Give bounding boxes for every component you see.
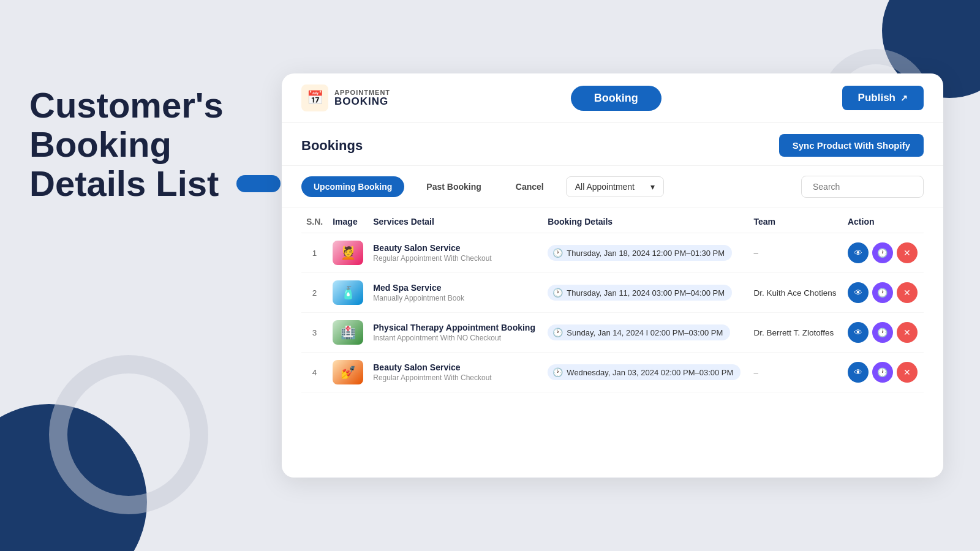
title-line3: Details List — [29, 163, 219, 203]
row-action: 👁 🕐 ✕ — [843, 313, 924, 353]
booking-date-text: Sunday, Jan 14, 2024 I 02:00 PM–03:00 PM — [567, 328, 723, 337]
col-action: Action — [843, 208, 924, 233]
main-card: 📅 APPOINTMENT BOOKING Booking Publish ↗ … — [282, 73, 943, 478]
reschedule-button[interactable]: 🕐 — [872, 362, 893, 383]
service-name: Med Spa Service — [373, 283, 538, 293]
row-team: – — [749, 353, 843, 392]
service-image: 💆 — [333, 241, 363, 265]
col-image: Image — [328, 208, 368, 233]
view-button[interactable]: 👁 — [848, 242, 869, 263]
service-sub: Regular Appointment With Checkout — [373, 373, 538, 382]
blue-pill-decoration — [236, 175, 281, 192]
row-image: 💅 — [328, 353, 368, 392]
tab-cancel[interactable]: Cancel — [503, 176, 556, 197]
service-name: Beauty Salon Service — [373, 362, 538, 372]
table-row: 1 💆 Beauty Salon Service Regular Appoint… — [301, 233, 924, 273]
bookings-title: Bookings — [301, 138, 363, 154]
row-image: 🏥 — [328, 313, 368, 353]
row-booking-detail: 🕐 Thursday, Jan 11, 2024 03:00 PM–04:00 … — [543, 273, 748, 313]
action-buttons: 👁 🕐 ✕ — [848, 362, 919, 383]
sync-button[interactable]: Sync Product With Shopify — [779, 134, 924, 157]
booking-date-text: Wednesday, Jan 03, 2024 02:00 PM–03:00 P… — [567, 368, 733, 377]
logo-appointment-text: APPOINTMENT — [334, 89, 390, 96]
view-button[interactable]: 👁 — [848, 322, 869, 343]
clock-icon: 🕐 — [552, 367, 563, 377]
row-sn: 4 — [301, 353, 328, 392]
bg-arc-bottom-left — [49, 355, 208, 514]
view-button[interactable]: 👁 — [848, 362, 869, 383]
row-service-detail: Med Spa Service Manually Appointment Boo… — [368, 273, 543, 313]
table-row: 3 🏥 Physical Therapy Appointment Booking… — [301, 313, 924, 353]
booking-date-badge: 🕐 Thursday, Jan 18, 2024 12:00 PM–01:30 … — [548, 245, 732, 261]
row-service-detail: Beauty Salon Service Regular Appointment… — [368, 233, 543, 273]
team-name: Dr. Berrett T. Zlotoffes — [754, 328, 834, 337]
action-buttons: 👁 🕐 ✕ — [848, 282, 919, 303]
service-image: 🧴 — [333, 280, 363, 305]
logo-booking-text: BOOKING — [334, 96, 390, 108]
team-name: Dr. Kuith Ace Chotiens — [754, 288, 837, 298]
row-sn: 3 — [301, 313, 328, 353]
row-image: 🧴 — [328, 273, 368, 313]
row-booking-detail: 🕐 Wednesday, Jan 03, 2024 02:00 PM–03:00… — [543, 353, 748, 392]
table-area: S.N. Image Services Detail Booking Detai… — [282, 208, 943, 392]
clock-icon: 🕐 — [552, 328, 563, 337]
dropdown-label: All Appointment — [575, 182, 635, 192]
booking-nav-button[interactable]: Booking — [571, 86, 662, 111]
clock-icon: 🕐 — [552, 288, 563, 298]
tab-upcoming-booking[interactable]: Upcoming Booking — [301, 176, 404, 197]
col-team: Team — [749, 208, 843, 233]
title-line2: Booking — [29, 124, 172, 164]
row-action: 👁 🕐 ✕ — [843, 233, 924, 273]
search-input[interactable] — [801, 176, 924, 198]
tab-past-booking[interactable]: Past Booking — [414, 176, 493, 197]
team-name: – — [754, 249, 759, 258]
publish-icon: ↗ — [900, 93, 908, 103]
row-sn: 2 — [301, 273, 328, 313]
reschedule-button[interactable]: 🕐 — [872, 322, 893, 343]
view-button[interactable]: 👁 — [848, 282, 869, 303]
appointment-dropdown[interactable]: All Appointment ▾ — [566, 176, 664, 197]
row-action: 👁 🕐 ✕ — [843, 273, 924, 313]
action-buttons: 👁 🕐 ✕ — [848, 242, 919, 263]
cancel-button[interactable]: ✕ — [897, 242, 918, 263]
reschedule-button[interactable]: 🕐 — [872, 282, 893, 303]
card-header: 📅 APPOINTMENT BOOKING Booking Publish ↗ — [282, 73, 943, 123]
row-image: 💆 — [328, 233, 368, 273]
row-service-detail: Physical Therapy Appointment Booking Ins… — [368, 313, 543, 353]
logo-area: 📅 APPOINTMENT BOOKING — [301, 84, 390, 111]
cancel-button[interactable]: ✕ — [897, 282, 918, 303]
service-name: Beauty Salon Service — [373, 243, 538, 253]
row-booking-detail: 🕐 Sunday, Jan 14, 2024 I 02:00 PM–03:00 … — [543, 313, 748, 353]
service-sub: Regular Appointment With Checkout — [373, 254, 538, 263]
row-booking-detail: 🕐 Thursday, Jan 18, 2024 12:00 PM–01:30 … — [543, 233, 748, 273]
row-team: Dr. Kuith Ace Chotiens — [749, 273, 843, 313]
col-sn: S.N. — [301, 208, 328, 233]
row-team: – — [749, 233, 843, 273]
bookings-bar: Bookings Sync Product With Shopify — [282, 123, 943, 166]
bookings-table: S.N. Image Services Detail Booking Detai… — [301, 208, 924, 392]
service-name: Physical Therapy Appointment Booking — [373, 323, 538, 332]
booking-date-text: Thursday, Jan 18, 2024 12:00 PM–01:30 PM — [567, 249, 725, 258]
action-buttons: 👁 🕐 ✕ — [848, 322, 919, 343]
service-image: 🏥 — [333, 320, 363, 345]
service-sub: Manually Appointment Book — [373, 294, 538, 302]
publish-button[interactable]: Publish ↗ — [842, 86, 924, 110]
booking-date-badge: 🕐 Sunday, Jan 14, 2024 I 02:00 PM–03:00 … — [548, 324, 730, 340]
row-team: Dr. Berrett T. Zlotoffes — [749, 313, 843, 353]
cancel-button[interactable]: ✕ — [897, 322, 918, 343]
booking-date-badge: 🕐 Wednesday, Jan 03, 2024 02:00 PM–03:00… — [548, 364, 741, 380]
page-title: Customer's Booking Details List — [29, 86, 287, 203]
reschedule-button[interactable]: 🕐 — [872, 242, 893, 263]
row-service-detail: Beauty Salon Service Regular Appointment… — [368, 353, 543, 392]
service-image: 💅 — [333, 360, 363, 384]
filter-bar: Upcoming Booking Past Booking Cancel All… — [282, 166, 943, 208]
team-name: – — [754, 368, 759, 377]
booking-date-badge: 🕐 Thursday, Jan 11, 2024 03:00 PM–04:00 … — [548, 285, 732, 301]
table-row: 4 💅 Beauty Salon Service Regular Appoint… — [301, 353, 924, 392]
booking-date-text: Thursday, Jan 11, 2024 03:00 PM–04:00 PM — [567, 288, 725, 298]
cancel-button[interactable]: ✕ — [897, 362, 918, 383]
logo-icon: 📅 — [301, 84, 328, 111]
row-action: 👁 🕐 ✕ — [843, 353, 924, 392]
row-sn: 1 — [301, 233, 328, 273]
col-booking-details: Booking Details — [543, 208, 748, 233]
